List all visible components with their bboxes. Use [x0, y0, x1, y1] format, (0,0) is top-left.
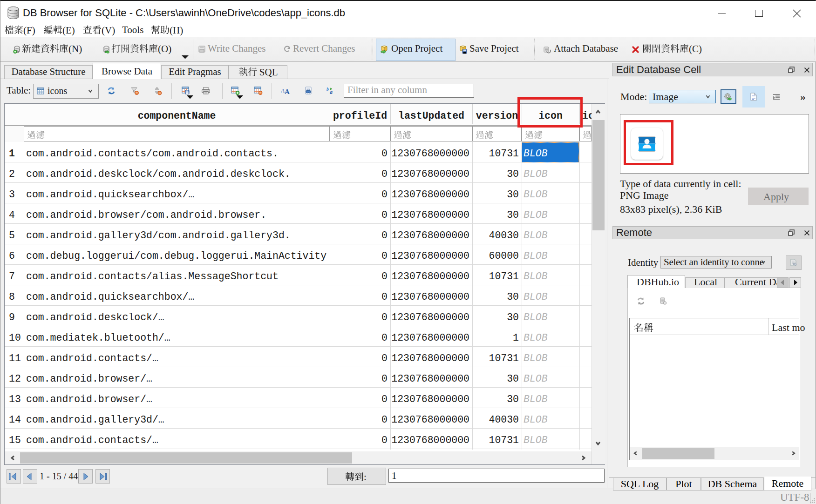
svg-text:A: A — [285, 88, 290, 95]
svg-text:b: b — [326, 87, 329, 92]
svg-text:A: A — [281, 87, 285, 94]
svg-text:a: a — [330, 89, 333, 95]
